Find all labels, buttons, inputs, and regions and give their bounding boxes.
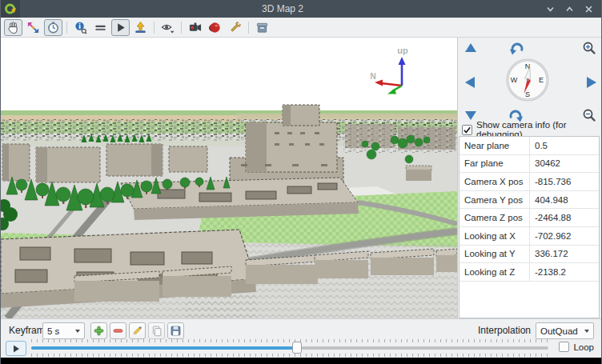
keyframe-value: 5 s xyxy=(47,326,59,336)
window-title: 3D Map 2 xyxy=(20,3,545,14)
row-label: Camera Y pos xyxy=(460,191,530,209)
row-value: 336.172 xyxy=(530,249,599,258)
table-row: Looking at Y336.172 xyxy=(460,246,599,264)
row-label: Camera Z pos xyxy=(460,209,530,226)
3d-scene[interactable]: up N xyxy=(1,38,457,318)
play-icon xyxy=(11,344,21,354)
minimize-icon[interactable] xyxy=(545,4,555,14)
table-row: Camera Y pos404.948 xyxy=(460,191,599,210)
table-row: Near plane0.5 xyxy=(460,137,599,155)
qgis-3d-map-window: 3D Map 2 xyxy=(0,0,602,364)
row-label: Looking at Y xyxy=(460,246,530,263)
slider-groove[interactable] xyxy=(31,346,548,350)
play-animation-button[interactable] xyxy=(111,19,130,36)
animation-bar: Keyframe 5 s xyxy=(1,318,601,358)
row-label: Looking at Z xyxy=(460,263,530,281)
loop-label: Loop xyxy=(573,342,594,352)
move-right-button[interactable] xyxy=(586,76,597,92)
zoom-extent-button[interactable] xyxy=(24,19,42,36)
row-label: Far plane xyxy=(460,155,530,173)
row-value: -2464.88 xyxy=(530,213,599,222)
maximize-icon[interactable] xyxy=(564,4,574,14)
minus-icon xyxy=(112,325,124,337)
checkbox-checked-icon[interactable] xyxy=(462,125,472,135)
navigation-panel: N E S W xyxy=(457,38,601,318)
compass[interactable]: N E S W xyxy=(505,58,550,106)
title-bar[interactable]: 3D Map 2 xyxy=(1,0,601,18)
eye-icon xyxy=(160,21,175,34)
timeline-slider[interactable] xyxy=(31,339,552,357)
axis-up-label: up xyxy=(397,46,408,55)
compass-west: W xyxy=(511,76,518,84)
interpolation-value: OutQuad xyxy=(540,326,578,336)
capture-scene-button[interactable] xyxy=(186,19,204,36)
export-keyframes-button[interactable] xyxy=(167,322,184,339)
pencil-icon xyxy=(131,325,143,337)
measure-button[interactable] xyxy=(91,19,110,36)
arrow-up-icon xyxy=(134,21,147,34)
timeline-play-button[interactable] xyxy=(6,341,26,356)
table-row: Far plane30462 xyxy=(460,155,599,174)
slider-handle[interactable] xyxy=(292,342,302,354)
set-view-button[interactable] xyxy=(131,19,150,36)
table-row: Looking at Z-2138.2 xyxy=(460,263,599,282)
clock-icon xyxy=(46,21,60,34)
hand-icon xyxy=(6,21,20,34)
toolbar-separator xyxy=(66,22,67,34)
play-icon xyxy=(114,21,127,34)
camera-info-table: Near plane0.5 Far plane30462 Camera X po… xyxy=(459,136,600,318)
animation-clock-button[interactable] xyxy=(44,19,62,36)
edit-keyframe-button[interactable] xyxy=(129,322,146,339)
remove-keyframe-button[interactable] xyxy=(110,322,126,339)
save-floppy-icon xyxy=(170,325,182,337)
sky xyxy=(1,38,457,111)
container-box-icon xyxy=(255,21,269,34)
tilt-up-button[interactable] xyxy=(464,42,477,57)
move-left-button[interactable] xyxy=(464,76,476,92)
slider-ticks xyxy=(31,354,548,357)
slider-ticks xyxy=(31,339,548,342)
copy-icon xyxy=(150,325,163,337)
3d-viewport[interactable]: up N xyxy=(1,38,457,318)
toolbar-separator xyxy=(154,22,155,34)
effects-button[interactable] xyxy=(206,19,224,36)
bottom-black-strip xyxy=(0,358,602,364)
camera-icon xyxy=(188,21,203,34)
table-row: Camera Z pos-2464.88 xyxy=(460,209,599,227)
add-keyframe-button[interactable] xyxy=(90,322,107,339)
compass-east: E xyxy=(539,76,544,84)
qgis-logo-icon xyxy=(1,0,20,18)
view-options-button[interactable] xyxy=(159,19,177,36)
table-row: Camera X pos-815.736 xyxy=(460,173,599,191)
rotate-ccw-button[interactable] xyxy=(508,42,525,58)
close-icon[interactable] xyxy=(584,4,593,14)
identify-button[interactable] xyxy=(71,19,90,36)
row-label: Near plane xyxy=(460,137,530,154)
distant-buildings-right xyxy=(343,121,457,153)
zoom-in-button[interactable] xyxy=(582,41,596,58)
keyframe-select[interactable]: 5 s xyxy=(42,322,85,339)
chevron-down-icon xyxy=(75,330,80,333)
slider-fill xyxy=(31,346,295,350)
interpolation-select[interactable]: OutQuad xyxy=(536,322,594,339)
checkbox-unchecked-icon[interactable] xyxy=(559,342,569,352)
row-value: -815.736 xyxy=(530,177,599,186)
row-value: -2138.2 xyxy=(530,267,599,277)
row-value: 0.5 xyxy=(530,141,599,150)
loop-checkbox[interactable]: Loop xyxy=(559,342,594,352)
export-scene-button[interactable] xyxy=(253,19,271,36)
wrench-icon xyxy=(228,21,242,34)
small-building xyxy=(406,166,431,181)
plus-icon xyxy=(93,325,105,337)
compass-south: S xyxy=(525,90,530,98)
row-value: 404.948 xyxy=(530,195,599,205)
row-label: Looking at X xyxy=(460,227,530,245)
axis-north-label: N xyxy=(370,72,375,81)
interpolation-label: Interpolation xyxy=(478,325,531,336)
pan-camera-button[interactable] xyxy=(4,19,22,36)
chevron-down-icon xyxy=(584,330,589,333)
duplicate-keyframe-button[interactable] xyxy=(148,322,165,339)
row-value: 30462 xyxy=(530,158,599,168)
configure-button[interactable] xyxy=(226,19,244,36)
row-value: -702.962 xyxy=(530,231,599,241)
